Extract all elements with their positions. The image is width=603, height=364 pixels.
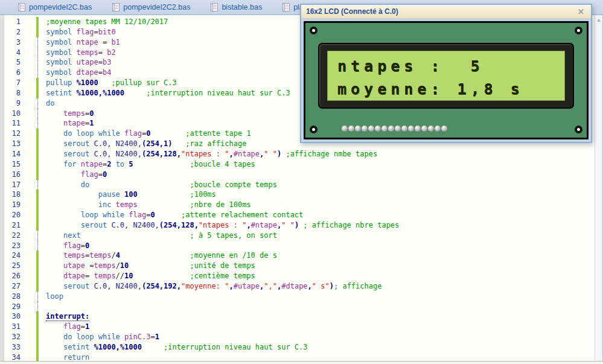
line-number: 15: [5, 159, 21, 170]
code-line[interactable]: 26 dtape= temps//10 ;centième temps: [0, 271, 595, 281]
line-number: 13: [5, 139, 21, 149]
lcd-pin-icon: [421, 126, 427, 132]
token-kw: symbol: [46, 28, 77, 36]
token-num: ,: [229, 282, 233, 290]
tab-bistable-bas[interactable]: bistable.bas: [211, 0, 262, 15]
modified-line-marker: [36, 281, 39, 292]
line-number: 28: [5, 292, 21, 302]
editor-bottom-edge: [0, 361, 603, 364]
editor-vertical-scrollbar[interactable]: ▲: [595, 15, 603, 361]
code-line[interactable]: 14 serout C.0, N2400,(254,128,"ntapes : …: [0, 149, 595, 159]
token-num: ,: [229, 150, 233, 158]
token-op: [89, 180, 190, 189]
code-line[interactable]: 23 flag=0: [0, 241, 595, 251]
token-port: C.0, N2400,: [94, 139, 141, 148]
code-line[interactable]: 25 utape =temps/10 ;unité de temps: [0, 261, 595, 271]
lcd-line-2: moyenne: 1,8 s: [337, 78, 564, 101]
close-icon[interactable]: ✕: [576, 7, 586, 16]
token-op: [46, 211, 81, 219]
code-line[interactable]: 29: [0, 302, 595, 312]
code-line[interactable]: 19 inc temps ;nbre de 100ms: [0, 200, 595, 210]
token-num: 0: [89, 109, 94, 118]
lcd-window-titlebar[interactable]: 16x2 LCD (Connecté à C.0) ✕: [301, 5, 591, 19]
code-line[interactable]: 31 flag=1: [0, 322, 595, 332]
token-kw: do: [81, 180, 89, 189]
token-op: [129, 261, 190, 270]
indent-guide: [37, 241, 38, 251]
bas-file-icon: [282, 3, 290, 11]
code-text: serout C.0, N2400,(254,128,"ntapes : ",#…: [46, 149, 377, 159]
indent-guide: [37, 68, 38, 78]
code-line[interactable]: 34 return: [0, 353, 595, 361]
code-line[interactable]: 32 do loop while pinC.3=1: [0, 332, 595, 342]
code-text: symbol ntape = b1: [46, 37, 120, 48]
code-text: do: [46, 98, 54, 109]
code-text: flag=1: [46, 322, 89, 332]
indent-guide: [37, 180, 38, 190]
scrollbar-up-arrow-icon[interactable]: ▲: [595, 15, 602, 23]
lcd-pin-icon: [388, 126, 394, 132]
code-text: flag=0: [46, 170, 107, 180]
code-text: do loop while flag=0 ;attente tape 1: [46, 129, 251, 139]
token-kw: do loop while: [63, 129, 124, 138]
line-number: 29: [5, 302, 21, 312]
code-line[interactable]: 16 flag=0: [0, 170, 595, 180]
code-text: temps=temps/4 ;moyenne en /10 de s: [46, 251, 277, 261]
token-op: [142, 343, 164, 351]
tab-pompevidei2c-bas[interactable]: pompevideI2C.bas: [18, 0, 92, 15]
code-line[interactable]: 28loop: [0, 292, 595, 302]
token-op: [46, 322, 63, 331]
code-line[interactable]: 24 temps=temps/4 ;moyenne en /10 de s: [0, 251, 595, 261]
token-port: C.0, N2400,: [94, 150, 141, 158]
code-line[interactable]: 21 serout C.0, N2400,(254,128,"ntapes : …: [0, 220, 595, 231]
line-number: 17: [5, 180, 21, 190]
token-var: #ntape: [234, 150, 260, 158]
token-kw: serout: [63, 150, 94, 158]
code-line[interactable]: 15 for ntape=2 to 5 ;boucle 4 tapes: [0, 159, 595, 170]
code-text: serout C.0, N2400,(254,128,"ntapes : ",#…: [46, 220, 399, 231]
indent-guide: [37, 109, 38, 119]
lcd-pin-icon: [415, 126, 421, 132]
code-line[interactable]: 27 serout C.0, N2400,(254,192,"moyenne: …: [0, 281, 595, 292]
token-cmt: ;moyenne en /10 de s: [190, 251, 277, 260]
token-num: 1: [85, 322, 89, 331]
token-var: b1: [111, 38, 120, 46]
code-line[interactable]: 20 loop while flag=0 ;attente relachemen…: [0, 210, 595, 220]
token-op: =: [98, 48, 107, 57]
indent-guide: [37, 98, 38, 109]
code-text: setint %1000,%1000 ;interruption niveau …: [46, 88, 290, 98]
token-cmt: ;attente tape 1: [185, 129, 250, 138]
code-line[interactable]: 18 pause 100 ;100ms: [0, 190, 595, 200]
token-kw: for: [63, 160, 81, 168]
token-var: flag: [81, 170, 98, 179]
indent-guide: [37, 302, 38, 312]
token-cmt: ;boucle 4 tapes: [190, 160, 255, 168]
lcd-screen: ntapes : 5 moyenne: 1,8 s: [327, 51, 565, 101]
code-text: do loop while pinC.3=1: [46, 332, 159, 342]
lcd-pin-icon: [362, 126, 368, 132]
token-op: [46, 180, 81, 189]
token-cmt: ;attente relachement contact: [181, 211, 303, 219]
code-line[interactable]: 22 next ; à 5 tapes, on sort: [0, 231, 595, 241]
token-kw: to: [111, 160, 129, 168]
modified-line-marker: [36, 200, 39, 210]
token-op: [173, 139, 186, 148]
token-var: temps: [63, 109, 85, 118]
line-number: 11: [5, 118, 21, 129]
token-op: =: [98, 58, 103, 66]
indent-guide: [37, 292, 38, 302]
modified-line-marker: [36, 342, 39, 353]
indent-guide: [37, 57, 38, 68]
token-kw: setint: [46, 89, 77, 97]
indent-guide: [37, 118, 38, 129]
tab-pompevidei2c2-bas[interactable]: pompevideI2C2.bas: [112, 0, 190, 15]
code-line[interactable]: 30interrupt:: [0, 311, 595, 322]
code-line[interactable]: 17 do ;boucle compte temps: [0, 180, 595, 190]
token-cmt: ; à 5 tapes, on sort: [190, 231, 277, 240]
modified-line-marker: [36, 170, 39, 180]
token-op: [46, 129, 63, 138]
lcd-pin-icon: [441, 126, 447, 132]
token-op: [46, 261, 63, 270]
lcd-bezel: ntapes : 5 moyenne: 1,8 s: [318, 43, 574, 109]
code-line[interactable]: 33 setint %1000,%1000 ;interruption nive…: [0, 342, 595, 353]
